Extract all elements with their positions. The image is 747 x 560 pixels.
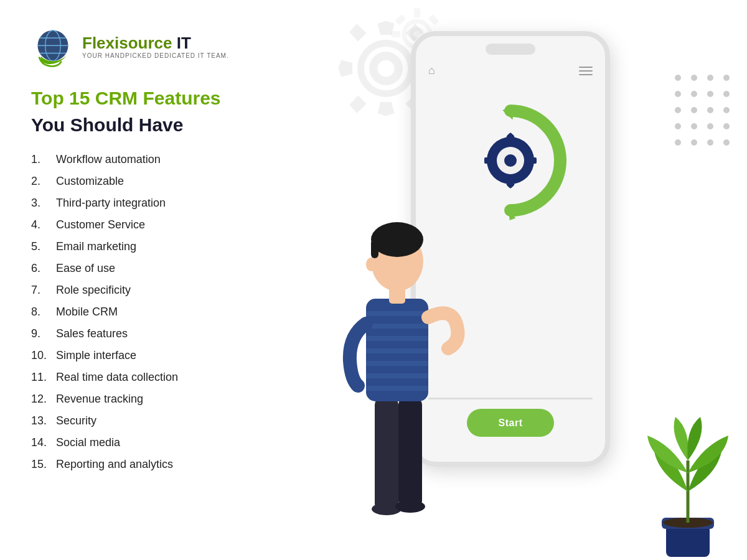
- list-item-number: 9.: [31, 325, 56, 342]
- dot-decoration: [691, 139, 697, 146]
- svg-rect-40: [366, 386, 428, 391]
- logo-name: Flexisource IT: [82, 34, 229, 52]
- list-item-number: 4.: [31, 217, 56, 233]
- list-item-number: 1.: [31, 151, 56, 168]
- svg-rect-34: [366, 311, 428, 316]
- list-item: 11.Real time data collection: [31, 369, 274, 386]
- list-item-text: Reporting and analytics: [56, 456, 173, 473]
- logo-name-part1: Flexisource: [82, 34, 172, 52]
- svg-rect-36: [366, 336, 428, 341]
- svg-rect-35: [366, 324, 428, 329]
- phone-start-button-label: Start: [499, 418, 523, 429]
- svg-point-42: [371, 222, 423, 257]
- svg-rect-30: [398, 398, 422, 507]
- dot-decoration: [691, 75, 697, 81]
- svg-point-20: [504, 154, 517, 167]
- svg-rect-12: [395, 14, 406, 26]
- svg-rect-29: [375, 398, 398, 510]
- list-item-number: 14.: [31, 434, 56, 451]
- dot-decoration: [675, 107, 681, 113]
- logo-icon: [31, 25, 75, 68]
- dot-decoration: [675, 139, 681, 146]
- list-item-number: 15.: [31, 456, 56, 473]
- list-item-text: Third-party integration: [56, 195, 166, 212]
- list-item-number: 10.: [31, 347, 56, 364]
- list-item: 5.Email marketing: [31, 238, 274, 255]
- list-item-text: Customer Service: [56, 217, 145, 233]
- svg-rect-10: [391, 31, 400, 37]
- list-item: 1.Workflow automation: [31, 151, 274, 168]
- list-item-number: 13.: [31, 413, 56, 429]
- list-item: 4.Customer Service: [31, 217, 274, 233]
- left-panel: Flexisource IT Your handpicked dedicated…: [0, 0, 305, 560]
- svg-point-44: [366, 258, 376, 271]
- dot-decoration: [707, 75, 713, 81]
- list-item-number: 3.: [31, 195, 56, 212]
- right-panel: ⌂: [305, 0, 747, 560]
- list-item-text: Revenue tracking: [56, 391, 143, 408]
- dot-decoration: [675, 91, 681, 97]
- list-item-text: Mobile CRM: [56, 304, 118, 320]
- list-item: 9.Sales features: [31, 325, 274, 342]
- svg-rect-24: [529, 157, 537, 164]
- dot-decoration: [723, 75, 730, 81]
- person-illustration: [324, 162, 467, 560]
- logo-text-area: Flexisource IT Your handpicked dedicated…: [82, 34, 229, 59]
- phone-home-icon: ⌂: [428, 64, 435, 77]
- list-item-text: Email marketing: [56, 238, 136, 255]
- dot-decoration: [707, 91, 713, 97]
- dot-decoration: [675, 75, 681, 81]
- list-item: 2.Customizable: [31, 173, 274, 190]
- dot-decoration: [723, 123, 730, 129]
- main-title-line2: You Should Have: [31, 114, 274, 136]
- list-item-number: 7.: [31, 282, 56, 299]
- phone-top-bar: ⌂: [416, 64, 605, 77]
- list-item: 7.Role specificity: [31, 282, 274, 299]
- features-list: 1.Workflow automation2.Customizable3.Thi…: [31, 151, 274, 478]
- phone-start-button[interactable]: Start: [467, 409, 554, 437]
- main-title-line1: Top 15 CRM Features: [31, 87, 274, 110]
- svg-rect-37: [366, 348, 428, 353]
- list-item-number: 2.: [31, 173, 56, 190]
- svg-rect-38: [366, 361, 428, 366]
- list-item-number: 6.: [31, 260, 56, 277]
- dot-decoration: [723, 107, 730, 113]
- dot-decoration: [707, 139, 713, 146]
- list-item-number: 5.: [31, 238, 56, 255]
- list-item-text: Real time data collection: [56, 369, 178, 386]
- list-item: 14.Social media: [31, 434, 274, 451]
- list-item-text: Workflow automation: [56, 151, 161, 168]
- dot-decoration: [691, 107, 697, 113]
- list-item: 15.Reporting and analytics: [31, 456, 274, 473]
- logo-area: Flexisource IT Your handpicked dedicated…: [31, 25, 274, 68]
- list-item-number: 8.: [31, 304, 56, 320]
- list-item-text: Customizable: [56, 173, 124, 190]
- dot-decoration: [675, 123, 681, 129]
- logo-tagline: Your handpicked dedicated IT team.: [82, 52, 229, 59]
- list-item: 8.Mobile CRM: [31, 304, 274, 320]
- dot-decoration: [691, 91, 697, 97]
- dot-grid-decoration: [675, 75, 735, 151]
- dot-decoration: [723, 91, 730, 97]
- svg-rect-43: [371, 240, 378, 258]
- svg-rect-8: [414, 8, 420, 17]
- list-item-text: Social media: [56, 434, 120, 451]
- list-item-number: 12.: [31, 391, 56, 408]
- page-container: Flexisource IT Your handpicked dedicated…: [0, 0, 747, 560]
- svg-rect-39: [366, 373, 428, 378]
- list-item-text: Ease of use: [56, 260, 115, 277]
- phone-notch: [486, 44, 535, 55]
- dot-decoration: [691, 123, 697, 129]
- list-item: 13.Security: [31, 413, 274, 429]
- svg-rect-13: [428, 14, 439, 26]
- list-item-text: Security: [56, 413, 96, 429]
- dot-decoration: [707, 107, 713, 113]
- plant-illustration: [638, 411, 738, 560]
- list-item: 6.Ease of use: [31, 260, 274, 277]
- list-item: 12.Revenue tracking: [31, 391, 274, 408]
- svg-rect-23: [484, 157, 492, 164]
- dot-decoration: [723, 139, 730, 146]
- list-item: 10.Simple interface: [31, 347, 274, 364]
- phone-hamburger-menu-icon: [579, 67, 593, 75]
- logo-name-part2: IT: [172, 34, 191, 52]
